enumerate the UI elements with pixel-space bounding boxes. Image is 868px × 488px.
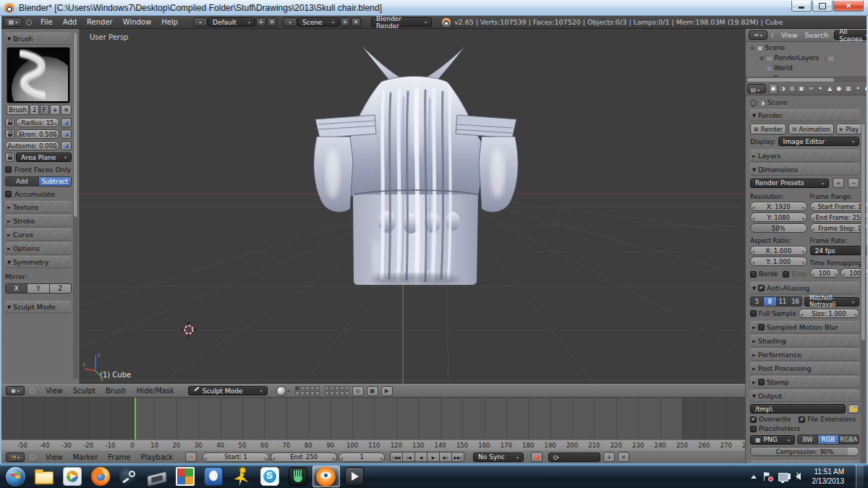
front-faces-only-checkbox[interactable] — [5, 166, 12, 173]
wmp-taskbar-button[interactable] — [59, 466, 86, 487]
layer-4[interactable] — [310, 386, 315, 390]
action-center-icon[interactable] — [764, 472, 771, 481]
brush-name-button[interactable]: Brush — [7, 105, 29, 115]
sync-mode-selector[interactable]: No Sync▾ — [473, 453, 524, 462]
browse-folder-icon[interactable] — [848, 404, 859, 414]
section-sampled-motion-blur[interactable]: ►Sampled Motion Blur — [750, 321, 859, 333]
layer-10[interactable] — [315, 391, 320, 395]
firefox-taskbar-button[interactable] — [87, 466, 114, 487]
section-stroke[interactable]: ►Stroke — [5, 215, 72, 227]
tab-world[interactable]: ◍ — [788, 84, 796, 94]
viewport-shading-icon[interactable] — [276, 386, 286, 396]
menu-brush[interactable]: Brush — [101, 387, 132, 395]
menu-sculpt[interactable]: Sculpt — [68, 387, 101, 395]
sculpt-mode-panel-header[interactable]: ▼ Sculpt Mode — [5, 301, 72, 313]
tab-scene[interactable]: ◑ — [778, 84, 787, 94]
add-direction-button[interactable]: Add — [5, 176, 39, 187]
autosmooth-slider[interactable]: ◂Autosmo: 0.000▸ — [5, 141, 59, 150]
record-button[interactable] — [531, 452, 542, 462]
menu-playback[interactable]: Playback — [135, 453, 178, 461]
proportional-edit-icon[interactable]: ◎ — [352, 386, 364, 396]
delete-scene-button[interactable]: ✕ — [351, 17, 361, 27]
header-collapse-icon[interactable] — [30, 454, 35, 460]
output-panel-header[interactable]: ▼Output — [750, 390, 859, 402]
layer-12[interactable] — [330, 386, 334, 390]
crop-checkbox[interactable] — [783, 271, 789, 278]
close-button[interactable]: ✕ — [833, 1, 864, 12]
tab-object-data[interactable]: ▲ — [825, 84, 834, 94]
jump-end-button[interactable]: ▶▶| — [451, 452, 464, 462]
brush-users-button[interactable]: 2 — [30, 105, 39, 115]
aspect-y-field[interactable]: ◂Y: 1.000▸ — [750, 257, 807, 266]
end-frame-field[interactable]: ◂End: 250▸ — [271, 453, 337, 462]
brush-panel-header[interactable]: ▼ Brush — [5, 33, 72, 45]
render-opengl-icon[interactable]: ▣ — [367, 386, 378, 396]
outliner-filter-selector[interactable]: All Scenes▾ — [834, 30, 867, 40]
tab-constraints[interactable]: ∞ — [807, 84, 815, 94]
maximize-button[interactable] — [812, 1, 833, 12]
mode-selector[interactable]: Sculpt Mode▾ — [188, 386, 268, 395]
layer-5[interactable] — [315, 386, 320, 390]
menu-view[interactable]: View — [41, 453, 68, 461]
layer-9[interactable] — [310, 391, 315, 395]
radius-pressure-icon[interactable]: ◢ — [61, 118, 72, 127]
layer-2[interactable] — [300, 386, 305, 390]
section-curve[interactable]: ►Curve — [5, 228, 72, 241]
editor-type-button[interactable] — [749, 30, 767, 40]
layer-19[interactable] — [340, 391, 344, 395]
tab-texture[interactable]: ▦ — [844, 84, 853, 94]
tab-object[interactable]: ▣ — [797, 84, 806, 94]
mirror-x-button[interactable]: X — [5, 283, 27, 294]
viewport-canvas[interactable]: x z y User Persp (1) Cube — [80, 29, 745, 384]
tab-particles[interactable]: ✶ — [854, 84, 862, 94]
gallery-taskbar-button[interactable] — [171, 466, 199, 487]
insert-keyframe-button[interactable]: + — [603, 452, 615, 462]
screen-layout-selector[interactable]: Default▾ — [208, 17, 255, 27]
editor-type-button[interactable] — [747, 84, 766, 93]
outliner-item-world[interactable]: ◍World — [746, 63, 867, 73]
file-format-selector[interactable]: ▦ PNG▾ — [750, 435, 795, 445]
compression-slider[interactable]: Compression: 90% — [750, 447, 859, 456]
frame-step-field[interactable]: ◂Frame Step: 1▸ — [810, 223, 867, 233]
steam-taskbar-button[interactable] — [115, 466, 142, 487]
header-collapse-icon[interactable] — [26, 20, 32, 25]
overwrite-checkbox[interactable] — [750, 416, 757, 423]
subtract-direction-button[interactable]: Subtract — [38, 176, 72, 187]
radius-slider[interactable]: ◂Radius: 15▸ — [16, 118, 59, 127]
tab-material[interactable]: ● — [835, 84, 843, 94]
minimize-button[interactable] — [791, 1, 812, 12]
file-extensions-checkbox[interactable] — [799, 416, 805, 423]
frame-rate-selector[interactable]: 24 fps▾ — [810, 246, 867, 255]
play-button[interactable]: ▶ — [427, 452, 440, 462]
layer-3[interactable] — [305, 386, 310, 390]
section-post-processing[interactable]: ►Post Processing — [750, 362, 859, 374]
end-frame-field[interactable]: ◂End Frame: 250▸ — [810, 213, 867, 222]
strength-pressure-icon[interactable]: ◢ — [61, 129, 72, 139]
menu-window[interactable]: Window — [118, 18, 156, 26]
menu-view[interactable]: View — [778, 31, 801, 39]
menu-marker[interactable]: Marker — [68, 453, 103, 461]
resolution-x-field[interactable]: ◂X: 1920▸ — [750, 202, 807, 211]
symmetry-panel-header[interactable]: ▼ Symmetry — [5, 256, 72, 268]
fake-user-button[interactable]: F — [40, 105, 49, 115]
taskbar-clock[interactable]: 11:51 AM 2/13/2013 — [808, 467, 849, 486]
expander-icon[interactable]: ⊕ — [759, 55, 765, 61]
menu-hide-mask[interactable]: Hide/Mask — [132, 387, 179, 395]
strength-slider[interactable]: ◂Stren: 0.500▸ — [16, 129, 59, 139]
layer-7[interactable] — [300, 391, 305, 395]
brush-preview[interactable] — [7, 47, 70, 103]
delete-keyframe-button[interactable]: ✕ — [618, 452, 629, 462]
outliner-item-scene[interactable]: ⊖▣Scene — [746, 43, 867, 53]
layer-11[interactable] — [325, 386, 329, 390]
show-desktop-button[interactable] — [856, 465, 864, 488]
current-frame-field[interactable]: ◂1▸ — [339, 453, 385, 462]
menu-frame[interactable]: Frame — [103, 453, 135, 461]
header-collapse-icon[interactable] — [30, 388, 35, 394]
properties-scrollbar[interactable] — [861, 123, 866, 463]
layer-18[interactable] — [335, 391, 339, 395]
prev-keyframe-button[interactable]: |◀ — [402, 452, 415, 462]
jump-start-button[interactable]: |◀◀ — [390, 452, 403, 462]
dimensions-panel-header[interactable]: ▼Dimensions — [750, 163, 859, 176]
skype-taskbar-button[interactable] — [256, 466, 284, 487]
section-checkbox[interactable] — [758, 324, 765, 330]
